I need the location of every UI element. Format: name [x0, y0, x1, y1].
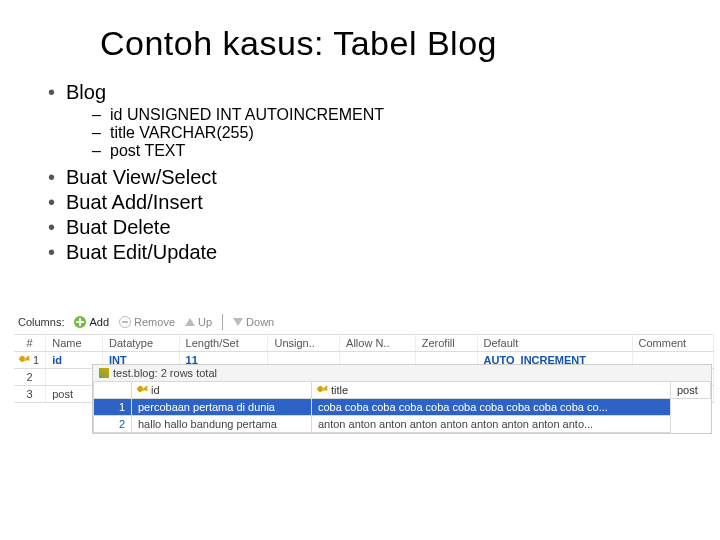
grid-icon — [99, 368, 109, 378]
bullet-blog: Blog id UNSIGNED INT AUTOINCREMENT title… — [48, 81, 680, 160]
slide-title: Contoh kasus: Tabel Blog — [100, 24, 680, 63]
down-button[interactable]: Down — [233, 316, 274, 328]
table-designer-panel: Columns: Add Remove Up Down #NameDatatyp… — [14, 312, 714, 403]
bullet-item: Buat View/Select — [48, 166, 680, 189]
data-grid: id title post 1 percobaan pertama di dun… — [93, 381, 711, 433]
bullet-sub: post TEXT — [92, 142, 680, 160]
bullet-item: Buat Delete — [48, 216, 680, 239]
bullet-sub: id UNSIGNED INT AUTOINCREMENT — [92, 106, 680, 124]
columns-toolbar: Columns: Add Remove Up Down — [14, 312, 714, 332]
data-row[interactable]: 2 hallo hallo bandung pertama anton anto… — [94, 416, 711, 433]
data-grid-window: test.blog: 2 rows total id title post 1 … — [92, 364, 712, 434]
grid-title: test.blog: 2 rows total — [113, 367, 217, 379]
bullet-item: Buat Edit/Update — [48, 241, 680, 264]
add-button[interactable]: Add — [74, 316, 109, 328]
up-button[interactable]: Up — [185, 316, 212, 328]
columns-header-row: #NameDatatype Length/SetUnsign..Allow N.… — [14, 335, 714, 352]
bullet-list: Blog id UNSIGNED INT AUTOINCREMENT title… — [48, 81, 680, 264]
bullet-sub: title VARCHAR(255) — [92, 124, 680, 142]
toolbar-separator — [222, 314, 223, 330]
data-header-row: id title post — [94, 382, 711, 399]
key-icon — [18, 352, 32, 366]
bullet-item: Buat Add/Insert — [48, 191, 680, 214]
columns-label: Columns: — [18, 316, 64, 328]
remove-button[interactable]: Remove — [119, 316, 175, 328]
data-row[interactable]: 1 percobaan pertama di dunia coba coba c… — [94, 399, 711, 416]
